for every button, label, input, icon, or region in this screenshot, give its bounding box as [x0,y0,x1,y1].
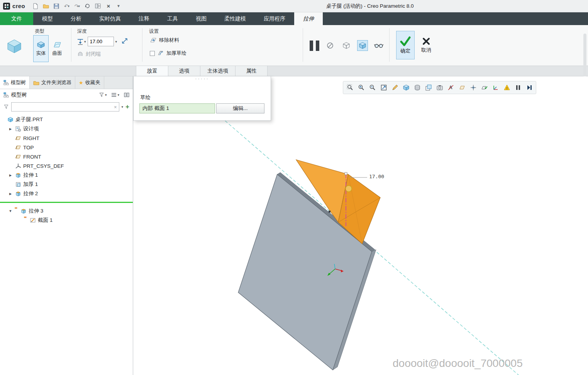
save-button[interactable] [52,2,61,11]
tab-view[interactable]: 视图 [187,12,215,25]
ok-button[interactable]: 确定 [396,31,415,59]
tab-placement[interactable]: 放置 [136,66,168,76]
navigator-panel: 模型树 文件夹浏览器 ★ 收藏夹 模型树 ▾ ▾ [0,76,133,375]
unattached-preview-button[interactable] [341,40,352,51]
depth-dropdown-icon[interactable]: ▾ [115,40,117,44]
window-layout-button[interactable] [93,2,103,11]
tree-item-right-plane[interactable]: RIGHT [0,133,133,143]
tab-tools[interactable]: 工具 [158,12,187,25]
closed-end-label: 封闭端 [86,51,101,57]
tab-file[interactable]: 文件 [0,12,33,25]
display-style-button[interactable] [401,83,411,93]
solid-type-button[interactable]: 实体 [33,35,49,62]
tab-extrude-active[interactable]: 拉伸 [294,12,323,25]
undo-dropdown-icon[interactable]: ▾ [68,4,69,8]
tree-item-label: 拉伸 1 [23,172,38,179]
remove-material-toggle[interactable]: 移除材料 [150,37,179,44]
regenerate-button[interactable] [83,2,92,11]
datum-plane-icon [15,135,22,141]
saved-views-button[interactable] [412,83,422,93]
repaint-button[interactable] [390,83,400,93]
tree-item-section-1[interactable]: ** 截面 1 [0,216,133,225]
close-window-button[interactable]: × [104,2,113,11]
zoom-window-button[interactable] [345,83,355,93]
depth-type-button[interactable]: ▾ [76,38,86,46]
insert-here-indicator[interactable] [0,202,133,203]
tree-item-extrude-1[interactable]: ▶ 拉伸 1 [0,171,133,180]
tree-item-part[interactable]: 桌子腿.PRT [0,115,133,124]
tree-columns-button[interactable] [124,93,129,97]
redo-button[interactable]: ↷▾ [73,2,82,11]
solid-label: 实体 [36,50,46,57]
thicken-sketch-toggle[interactable]: 加厚草绘 [150,50,186,57]
pause-feature-button[interactable] [310,41,319,51]
ribbon-scrollbar[interactable] [583,34,586,77]
no-preview-button[interactable] [325,40,336,51]
extrude-tool-icon [5,36,24,57]
tree-item-extrude-3[interactable]: ▼ ** 拉伸 3 [0,206,133,216]
tab-model-tree[interactable]: 模型树 [0,76,30,89]
expand-icon[interactable]: ▶ [8,192,13,196]
plane-display-button[interactable] [479,83,490,93]
axis-display-button[interactable] [468,83,478,93]
annotation-display-button[interactable]: A [446,83,456,93]
resume-button[interactable] [524,83,534,93]
section-vertex-handle[interactable] [329,211,330,213]
tab-analysis[interactable]: 分析 [62,12,90,25]
depth-drag-handle[interactable] [346,186,352,192]
tree-item-extrude-2[interactable]: ▶ 拉伸 2 [0,189,133,198]
dimension-value[interactable]: 17.00 [369,174,384,179]
graphics-viewport[interactable]: 17.00 dooooit@dooooit_7000005 A ! [133,76,588,375]
edit-sketch-button[interactable]: 编辑... [216,103,264,113]
add-filter-button[interactable]: + [125,103,129,111]
clear-search-icon[interactable]: × [112,104,119,110]
tab-model[interactable]: 模型 [33,12,62,25]
panel-grip-handle[interactable]: ····· [134,76,271,81]
tab-live-simulation[interactable]: 实时仿真 [90,12,130,25]
tab-options[interactable]: 选项 [168,66,200,76]
pause-button[interactable] [513,83,523,93]
tree-filter-button[interactable]: ▾ [99,92,107,98]
warnings-button[interactable]: ! [502,83,512,93]
surface-type-button[interactable]: 曲面 [49,35,65,62]
datum-display-button[interactable] [457,83,467,93]
redo-dropdown-icon[interactable]: ▾ [78,4,80,8]
tree-item-design-items[interactable]: ▶ 设计项 [0,124,133,133]
refit-button[interactable] [378,83,389,93]
search-dropdown-icon[interactable]: ▾ [122,105,124,109]
undo-button[interactable]: ↶▾ [62,2,71,11]
csys-display-button[interactable] [490,83,501,93]
tab-favorites[interactable]: ★ 收藏夹 [75,76,104,89]
tree-item-front-plane[interactable]: FRONT [0,152,133,161]
tree-item-csys[interactable]: PRT_CSYS_DEF [0,161,133,171]
thicken-checkbox[interactable] [150,51,155,56]
tab-annotate[interactable]: 注释 [130,12,158,25]
flip-direction-button[interactable] [121,37,129,46]
tree-item-top-plane[interactable]: TOP [0,143,133,152]
drag-handle[interactable] [345,172,347,175]
thicken-sketch-label: 加厚草绘 [166,50,186,57]
qat-customize-dropdown[interactable]: ▼ [114,2,124,11]
tree-search-input[interactable] [12,103,112,111]
zoom-in-button[interactable] [356,83,366,93]
expand-icon[interactable]: ▶ [8,127,13,131]
tab-properties[interactable]: 属性 [235,66,268,76]
capture-button[interactable] [434,83,445,93]
expand-icon[interactable]: ▶ [8,174,13,177]
zoom-out-button[interactable] [367,83,378,93]
view-manager-button[interactable] [423,83,434,93]
sketch-collector[interactable]: 内部 截面 1 [139,103,215,113]
verify-button[interactable] [373,40,384,51]
open-file-button[interactable] [41,2,51,11]
geometry-preview-button[interactable] [357,40,368,51]
tab-applications[interactable]: 应用程序 [255,12,294,25]
tree-settings-button[interactable]: ▾ [111,93,119,97]
tab-body-options[interactable]: 主体选项 [200,66,236,76]
depth-value-input[interactable] [88,37,114,46]
tab-folder-browser[interactable]: 文件夹浏览器 [30,76,75,89]
cancel-button[interactable]: 取消 [417,31,435,59]
collapse-icon[interactable]: ▼ [8,209,13,213]
tab-flexible-modeling[interactable]: 柔性建模 [215,12,255,25]
tree-item-thicken-1[interactable]: 加厚 1 [0,180,133,189]
new-file-button[interactable] [31,2,40,11]
